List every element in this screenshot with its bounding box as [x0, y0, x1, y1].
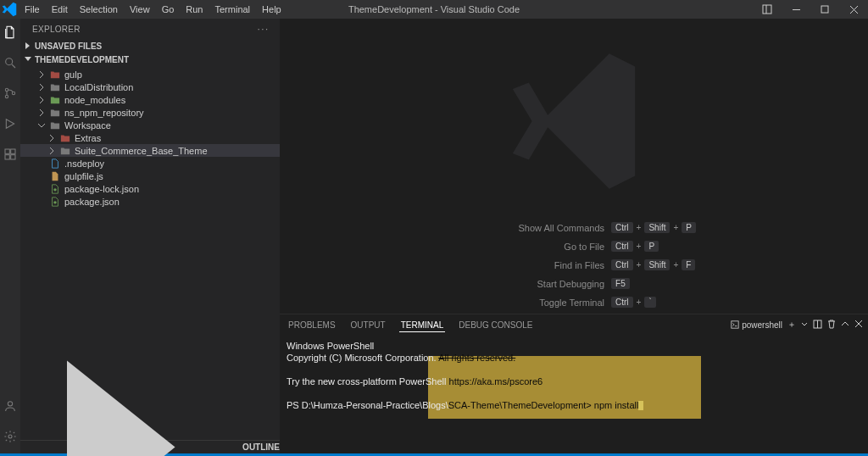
- term-line: Windows PowerShell: [287, 341, 374, 351]
- key: P: [682, 222, 696, 233]
- folder-red-icon: [49, 70, 61, 80]
- tree-item[interactable]: ns_npm_repository: [20, 106, 280, 119]
- source-control-icon[interactable]: [3, 86, 17, 103]
- tree-item[interactable]: Suite_Commerce_Base_Theme: [20, 144, 280, 157]
- unsaved-files-section[interactable]: UNSAVED FILES: [20, 39, 280, 53]
- tree-item[interactable]: .nsdeploy: [20, 157, 280, 170]
- chevron-down-icon: [37, 121, 46, 130]
- chevron-right-icon: [37, 70, 46, 79]
- menu-edit[interactable]: Edit: [46, 0, 74, 19]
- svg-rect-14: [11, 155, 15, 159]
- terminal-shell-label[interactable]: powershell: [731, 320, 782, 330]
- chevron-right-icon: [37, 83, 46, 92]
- menu-run[interactable]: Run: [180, 0, 209, 19]
- minimize-button[interactable]: [782, 0, 810, 19]
- tab-terminal[interactable]: TERMINAL: [399, 320, 446, 332]
- terminal-body[interactable]: Windows PowerShell Copyright (C) Microso…: [280, 335, 868, 453]
- menu-selection[interactable]: Selection: [74, 0, 124, 19]
- project-label: THEMEDEVELOPMENT: [35, 55, 129, 64]
- term-line: Try the new cross-platform PowerShell: [287, 376, 449, 386]
- tree-item[interactable]: package.json: [20, 195, 280, 208]
- menu-help[interactable]: Help: [256, 0, 287, 19]
- key: Ctrl: [611, 259, 633, 270]
- chevron-right-icon: [47, 134, 56, 142]
- svg-point-9: [5, 95, 8, 97]
- key: Ctrl: [611, 297, 633, 308]
- svg-point-10: [12, 92, 14, 94]
- vscode-watermark-icon: [493, 41, 654, 202]
- key: Shift: [644, 222, 670, 233]
- close-button[interactable]: [839, 0, 868, 19]
- shortcut-keys: Ctrl+Shift+F: [611, 259, 695, 270]
- close-panel-icon[interactable]: [854, 320, 863, 330]
- maximize-button[interactable]: [810, 0, 839, 19]
- new-terminal-icon[interactable]: ＋: [787, 319, 796, 331]
- shortcut-label: Find in Files: [452, 260, 604, 270]
- key: Shift: [644, 259, 670, 270]
- folder-green-icon: [49, 95, 61, 105]
- tree-item[interactable]: Extras: [20, 131, 280, 144]
- split-terminal-icon[interactable]: [813, 320, 822, 331]
- menu-terminal[interactable]: Terminal: [209, 0, 257, 19]
- folder-gray-icon: [49, 108, 61, 118]
- tree-item-label: node_modules: [64, 95, 125, 105]
- shortcut-label: Show All Commands: [452, 223, 604, 233]
- svg-point-18: [53, 201, 56, 203]
- file-json-icon: [49, 184, 61, 194]
- shortcut-keys: F5: [611, 278, 630, 289]
- tree-item[interactable]: package-lock.json: [20, 182, 280, 195]
- folder-gray-icon: [49, 82, 61, 92]
- svg-rect-12: [11, 149, 15, 153]
- key: Ctrl: [611, 241, 633, 252]
- shortcut-row: Show All CommandsCtrl+Shift+P: [452, 222, 696, 233]
- shortcut-row: Find in FilesCtrl+Shift+F: [452, 259, 696, 270]
- tree-item-label: Suite_Commerce_Base_Theme: [75, 146, 208, 156]
- key: F: [682, 259, 695, 270]
- tree-item[interactable]: LocalDistribution: [20, 81, 280, 93]
- file-js-icon: [49, 171, 61, 181]
- shortcut-keys: Ctrl+Shift+P: [611, 222, 696, 233]
- project-section[interactable]: THEMEDEVELOPMENT: [20, 53, 280, 66]
- layout-toggle-icon[interactable]: [753, 0, 782, 19]
- menu-view[interactable]: View: [124, 0, 156, 19]
- explorer-more-icon[interactable]: ···: [258, 25, 270, 34]
- maximize-panel-icon[interactable]: [841, 320, 849, 330]
- term-line: All rights reserved.: [438, 353, 515, 363]
- folder-red-icon: [59, 133, 71, 143]
- svg-rect-0: [763, 5, 771, 14]
- svg-point-6: [6, 58, 13, 65]
- tree-item-label: Extras: [75, 133, 101, 143]
- tree-item-label: package.json: [64, 197, 120, 207]
- tree-item[interactable]: gulpfile.js: [20, 170, 280, 182]
- term-link[interactable]: https://aka.ms/pscore6: [449, 376, 543, 386]
- svg-point-15: [8, 402, 12, 406]
- menu-file[interactable]: File: [19, 0, 46, 19]
- outline-section[interactable]: OUTLINE: [20, 440, 280, 453]
- window-title: ThemeDevelopment - Visual Studio Code: [348, 4, 520, 14]
- term-prompt: PS D:\Humza-Personal-Practice\Blogs\: [287, 400, 448, 410]
- tab-output[interactable]: OUTPUT: [349, 320, 387, 330]
- explorer-icon[interactable]: [3, 25, 17, 42]
- kill-terminal-icon[interactable]: [827, 320, 836, 331]
- activity-bar: [0, 19, 20, 453]
- tab-debug-console[interactable]: DEBUG CONSOLE: [457, 320, 534, 330]
- accounts-icon[interactable]: [3, 399, 17, 416]
- tab-problems[interactable]: PROBLEMS: [287, 320, 337, 330]
- terminal-dropdown-icon[interactable]: [801, 320, 808, 330]
- tree-item[interactable]: gulp: [20, 68, 280, 81]
- run-debug-icon[interactable]: [3, 117, 17, 134]
- tree-item[interactable]: node_modules: [20, 93, 280, 106]
- extensions-icon[interactable]: [3, 147, 17, 164]
- shortcut-label: Go to File: [452, 242, 604, 252]
- bottom-panel: PROBLEMS OUTPUT TERMINAL DEBUG CONSOLE p…: [280, 314, 868, 453]
- search-icon[interactable]: [3, 56, 17, 73]
- tree-item[interactable]: Workspace: [20, 119, 280, 131]
- explorer-sidebar: EXPLORER ··· UNSAVED FILES THEMEDEVELOPM…: [20, 19, 280, 453]
- menu-go[interactable]: Go: [156, 0, 181, 19]
- settings-gear-icon[interactable]: [3, 430, 17, 447]
- file-blue-icon: [49, 158, 61, 169]
- terminal-icon: [731, 320, 739, 329]
- tree-item-label: LocalDistribution: [64, 82, 133, 92]
- shortcut-label: Start Debugging: [452, 279, 604, 289]
- chevron-right-icon: [37, 108, 46, 117]
